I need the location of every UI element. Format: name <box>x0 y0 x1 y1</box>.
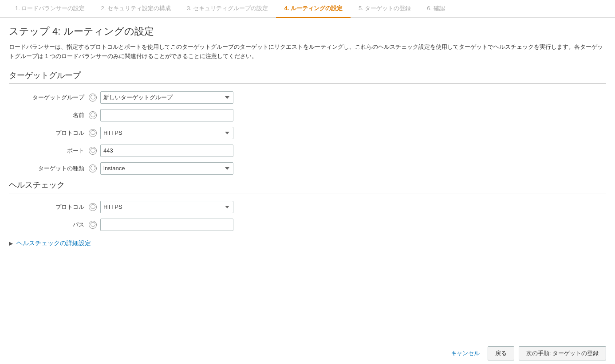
wizard-step-6[interactable]: 6. 確認 <box>419 0 453 18</box>
advanced-health-check-section[interactable]: ▶ ヘルスチェックの詳細設定 <box>9 236 606 251</box>
port-input[interactable] <box>100 145 233 157</box>
wizard-step-3[interactable]: 3. セキュリティグループの設定 <box>179 0 276 18</box>
protocol-info-icon[interactable]: ⓘ <box>89 129 97 137</box>
wizard-step-1[interactable]: 1. ロードバランサーの設定 <box>7 0 93 18</box>
port-row: ポート ⓘ <box>9 144 606 157</box>
health-check-divider <box>9 193 606 193</box>
protocol-select[interactable]: HTTPS <box>100 127 233 139</box>
wizard-steps: 1. ロードバランサーの設定 2. セキュリティ設定の構成 3. セキュリティグ… <box>0 0 615 18</box>
next-button[interactable]: 次の手順: ターゲットの登録 <box>519 346 606 360</box>
target-type-label: ターゲットの種類 <box>9 164 89 172</box>
health-protocol-select[interactable]: HTTPS HTTP <box>100 201 233 213</box>
health-protocol-label: プロトコル <box>9 203 89 211</box>
back-button[interactable]: 戻る <box>488 346 514 360</box>
target-group-divider <box>9 83 606 84</box>
advanced-health-check-label: ヘルスチェックの詳細設定 <box>16 239 91 247</box>
name-row: 名前 ⓘ <box>9 109 606 122</box>
health-check-section-header: ヘルスチェック <box>9 180 606 193</box>
wizard-step-2[interactable]: 2. セキュリティ設定の構成 <box>93 0 178 18</box>
protocol-label: プロトコル <box>9 129 89 137</box>
name-info-icon[interactable]: ⓘ <box>89 111 97 119</box>
health-path-label: パス <box>9 221 89 229</box>
name-input[interactable] <box>100 109 233 121</box>
page-title: ステップ 4: ルーティングの設定 <box>9 25 606 38</box>
target-type-info-icon[interactable]: ⓘ <box>89 164 97 172</box>
health-path-row: パス ⓘ <box>9 218 606 231</box>
main-content: ステップ 4: ルーティングの設定 ロードバランサーは、指定するプロトコルとポー… <box>0 18 615 258</box>
target-type-select[interactable]: instance ip lambda <box>100 162 233 175</box>
target-group-row: ターゲットグループ ⓘ 新しいターゲットグループ <box>9 91 606 104</box>
health-path-info-icon[interactable]: ⓘ <box>89 221 97 229</box>
expand-arrow-icon: ▶ <box>9 240 13 247</box>
health-check-form: プロトコル ⓘ HTTPS HTTP パス ⓘ <box>9 200 606 231</box>
target-group-form: ターゲットグループ ⓘ 新しいターゲットグループ 名前 ⓘ プロトコル ⓘ HT… <box>9 91 606 175</box>
page-description: ロードバランサーは、指定するプロトコルとポートを使用してこのターゲットグループの… <box>9 43 606 61</box>
health-path-input[interactable] <box>100 219 233 231</box>
name-label: 名前 <box>9 111 89 119</box>
target-group-select[interactable]: 新しいターゲットグループ <box>100 91 233 104</box>
port-label: ポート <box>9 147 89 155</box>
target-group-label: ターゲットグループ <box>9 94 89 102</box>
target-group-info-icon[interactable]: ⓘ <box>89 94 97 102</box>
target-type-row: ターゲットの種類 ⓘ instance ip lambda <box>9 162 606 175</box>
target-group-section-header: ターゲットグループ <box>9 70 606 83</box>
wizard-step-5[interactable]: 5. ターゲットの登録 <box>351 0 419 18</box>
health-protocol-row: プロトコル ⓘ HTTPS HTTP <box>9 200 606 214</box>
footer: キャンセル 戻る 次の手順: ターゲットの登録 <box>0 342 615 364</box>
cancel-button[interactable]: キャンセル <box>447 349 483 357</box>
port-info-icon[interactable]: ⓘ <box>89 147 97 155</box>
health-protocol-info-icon[interactable]: ⓘ <box>89 203 97 211</box>
protocol-row: プロトコル ⓘ HTTPS <box>9 126 606 140</box>
wizard-step-4[interactable]: 4. ルーティングの設定 <box>276 0 350 18</box>
